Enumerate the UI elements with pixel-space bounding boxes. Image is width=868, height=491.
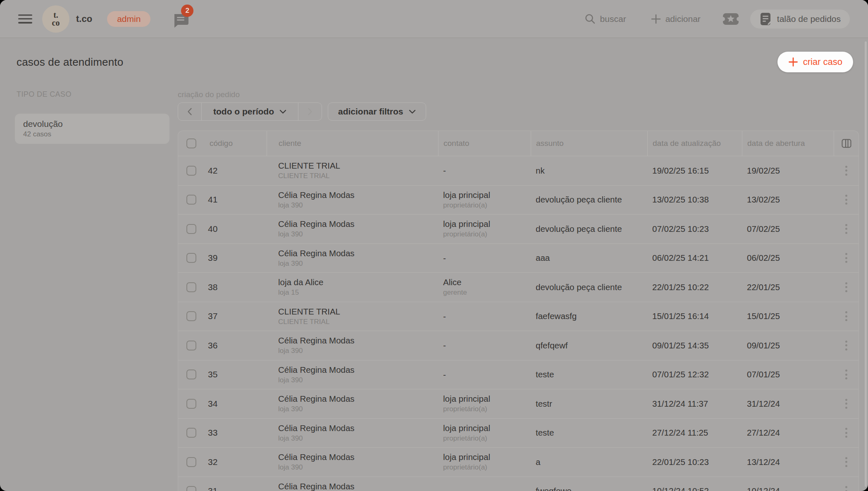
column-header-data-atualizacao[interactable]: data de atualização [647, 131, 742, 156]
contact-name: loja principal [443, 423, 531, 433]
page-title: casos de atendimento [17, 56, 123, 69]
row-checkbox[interactable] [186, 224, 196, 234]
favorites-ticket-button[interactable] [722, 11, 739, 27]
cases-table: código cliente contato assunto data de a… [178, 131, 859, 491]
row-menu-icon[interactable] [843, 455, 850, 470]
column-header-contato[interactable]: contato [438, 131, 531, 156]
client-name: Célia Regina Modas [278, 393, 438, 404]
case-type-sidebar: TIPO DE CASO devolução 42 casos [15, 90, 169, 491]
column-header-codigo[interactable]: código [205, 131, 267, 156]
table-row[interactable]: 34 Célia Regina Modas loja 390 loja prin… [178, 389, 858, 418]
table-row[interactable]: 32 Célia Regina Modas loja 390 loja prin… [178, 447, 858, 477]
case-subject: testr [531, 399, 647, 409]
case-code: 36 [205, 341, 267, 350]
add-button[interactable]: adicionar [649, 14, 703, 24]
table-row[interactable]: 39 Célia Regina Modas loja 390 - aaa 06/… [178, 243, 858, 273]
case-updated-date: 13/02/25 10:38 [647, 195, 742, 205]
brand-logo[interactable]: t. co [42, 5, 69, 33]
case-subject: qfefqewf [531, 341, 647, 350]
case-updated-date: 07/01/25 12:32 [647, 369, 742, 379]
add-filters-dropdown[interactable]: adicionar filtros [328, 102, 426, 121]
case-updated-date: 22/01/25 10:23 [647, 457, 742, 467]
row-menu-icon[interactable] [843, 425, 850, 440]
table-row[interactable]: 41 Célia Regina Modas loja 390 loja prin… [178, 185, 858, 215]
row-menu-icon[interactable] [843, 250, 850, 265]
row-checkbox[interactable] [186, 341, 196, 350]
period-dropdown[interactable]: todo o período [201, 103, 298, 120]
row-menu-icon[interactable] [843, 396, 850, 411]
row-checkbox[interactable] [186, 195, 196, 205]
scrollbar[interactable] [865, 41, 867, 487]
cases-main-panel: criação do pedido todo o período [178, 90, 859, 491]
table-row[interactable]: 37 CLIENTE TRIAL CLIENTE TRIAL - faefewa… [178, 302, 858, 331]
notification-badge: 2 [181, 5, 193, 17]
column-header-assunto[interactable]: assunto [531, 131, 647, 156]
case-opened-date: 22/01/25 [742, 282, 834, 292]
select-all-checkbox[interactable] [186, 138, 196, 148]
chat-button[interactable]: 2 [169, 10, 188, 29]
table-row[interactable]: 33 Célia Regina Modas loja 390 loja prin… [178, 418, 858, 448]
client-store: loja 390 [278, 376, 438, 385]
table-row[interactable]: 42 CLIENTE TRIAL CLIENTE TRIAL - nk 19/0… [178, 156, 858, 185]
row-checkbox[interactable] [186, 311, 196, 321]
case-code: 33 [205, 428, 267, 438]
case-opened-date: 15/01/25 [742, 311, 834, 321]
case-subject: devolução peça cliente [531, 224, 647, 234]
contact-role: proprietário(a) [443, 201, 531, 210]
table-row[interactable]: 38 loja da Alice loja 15 Alice gerente d… [178, 272, 858, 302]
table-row[interactable]: 36 Célia Regina Modas loja 390 - qfefqew… [178, 331, 858, 360]
row-menu-icon[interactable] [843, 309, 850, 324]
row-menu-icon[interactable] [843, 192, 850, 207]
case-code: 40 [205, 224, 267, 234]
row-checkbox[interactable] [186, 486, 196, 491]
filter-group-label: criação do pedido [178, 90, 859, 99]
client-store: loja 390 [278, 259, 438, 268]
case-updated-date: 22/01/25 10:22 [647, 282, 742, 292]
row-checkbox[interactable] [186, 457, 196, 467]
row-checkbox[interactable] [186, 166, 196, 176]
case-subject: a [531, 457, 647, 467]
row-checkbox[interactable] [186, 253, 196, 263]
row-menu-icon[interactable] [843, 338, 850, 353]
client-name: Célia Regina Modas [278, 452, 438, 462]
add-filters-label: adicionar filtros [338, 107, 403, 117]
row-menu-icon[interactable] [843, 484, 850, 491]
menu-icon[interactable] [18, 14, 32, 24]
client-store: CLIENTE TRIAL [278, 172, 438, 181]
order-pad-button[interactable]: talão de pedidos [750, 10, 850, 29]
row-menu-icon[interactable] [843, 280, 850, 295]
row-checkbox[interactable] [186, 369, 196, 379]
case-updated-date: 09/01/25 14:35 [647, 341, 742, 350]
row-checkbox[interactable] [186, 428, 196, 438]
sidebar-item-devolucao[interactable]: devolução 42 casos [15, 114, 169, 144]
period-next-button[interactable] [298, 103, 322, 120]
table-row[interactable]: 35 Célia Regina Modas loja 390 - teste 0… [178, 360, 858, 389]
contact-name: - [443, 369, 531, 380]
row-menu-icon[interactable] [843, 367, 850, 382]
case-type-section-label: TIPO DE CASO [15, 90, 169, 99]
table-row[interactable]: 31 Célia Regina Modas loja 390 - fwegfew… [178, 477, 858, 491]
row-menu-icon[interactable] [843, 163, 850, 178]
chevron-left-icon [187, 107, 193, 116]
add-label: adicionar [665, 14, 701, 24]
create-case-button[interactable]: criar caso [777, 52, 853, 72]
case-updated-date: 19/02/25 16:15 [647, 166, 742, 176]
client-store: loja 390 [278, 434, 438, 443]
column-header-data-abertura[interactable]: data de abertura [742, 131, 834, 156]
search-button[interactable]: buscar [582, 13, 629, 25]
row-menu-icon[interactable] [843, 222, 850, 236]
period-prev-button[interactable] [178, 103, 201, 120]
period-segmented-control: todo o período [178, 102, 322, 121]
row-checkbox[interactable] [186, 282, 196, 292]
page-header: casos de atendimento criar caso [17, 51, 859, 73]
column-settings-icon[interactable] [841, 138, 852, 149]
row-checkbox[interactable] [186, 399, 196, 409]
case-subject: teste [531, 369, 647, 379]
column-header-cliente[interactable]: cliente [267, 131, 438, 156]
client-store: loja 390 [278, 346, 438, 355]
table-row[interactable]: 40 Célia Regina Modas loja 390 loja prin… [178, 214, 858, 243]
case-subject: aaa [531, 253, 647, 263]
case-code: 35 [205, 369, 267, 379]
case-code: 38 [205, 282, 267, 292]
case-subject: devolução peça cliente [531, 195, 647, 205]
